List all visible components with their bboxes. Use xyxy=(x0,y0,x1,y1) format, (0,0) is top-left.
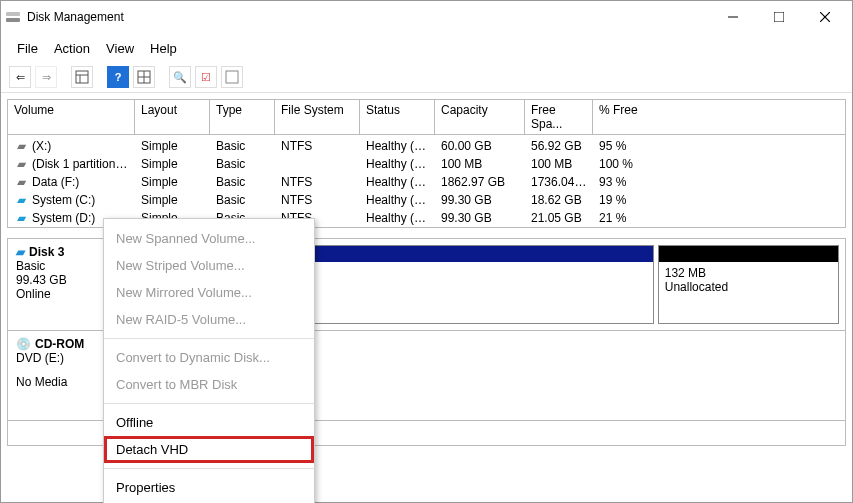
back-button[interactable]: ⇐ xyxy=(9,66,31,88)
col-status[interactable]: Status xyxy=(360,100,435,135)
toolbar: ⇐ ⇒ ? 🔍 ☑ xyxy=(1,64,852,93)
forward-button[interactable]: ⇒ xyxy=(35,66,57,88)
table-row[interactable]: ▰(X:)SimpleBasicNTFSHealthy (A...60.00 G… xyxy=(8,137,845,155)
volume-name: System (D:) xyxy=(32,211,95,225)
cell-layout: Simple xyxy=(135,193,210,207)
drive-icon: ▰ xyxy=(14,175,28,189)
cell-fs: NTFS xyxy=(275,139,360,153)
mi-new-raid5[interactable]: New RAID-5 Volume... xyxy=(104,306,314,333)
cell-pct: 95 % xyxy=(593,139,683,153)
cdrom-label[interactable]: 💿CD-ROM DVD (E:) No Media xyxy=(8,331,108,420)
mi-convert-mbr[interactable]: Convert to MBR Disk xyxy=(104,371,314,398)
toolbar-refresh-icon[interactable]: 🔍 xyxy=(169,66,191,88)
menu-action[interactable]: Action xyxy=(46,37,98,60)
col-pct[interactable]: % Free xyxy=(593,100,845,135)
cell-type: Basic xyxy=(210,175,275,189)
window-title: Disk Management xyxy=(27,10,124,24)
table-header: Volume Layout Type File System Status Ca… xyxy=(8,100,845,135)
disk3-name: Disk 3 xyxy=(29,245,64,259)
cell-status: Healthy (B... xyxy=(360,175,435,189)
menubar: File Action View Help xyxy=(1,33,852,64)
svg-rect-0 xyxy=(6,18,20,22)
menu-help[interactable]: Help xyxy=(142,37,185,60)
svg-rect-6 xyxy=(76,71,88,83)
menu-file[interactable]: File xyxy=(9,37,46,60)
cell-free: 21.05 GB xyxy=(525,211,593,225)
cdrom-letter: DVD (E:) xyxy=(16,351,99,365)
cell-free: 1736.04 ... xyxy=(525,175,593,189)
cell-status: Healthy (E... xyxy=(360,157,435,171)
cell-capacity: 99.30 GB xyxy=(435,211,525,225)
table-row[interactable]: ▰(Disk 1 partition 1)SimpleBasicHealthy … xyxy=(8,155,845,173)
cell-status: Healthy (B... xyxy=(360,211,435,225)
mi-convert-dynamic[interactable]: Convert to Dynamic Disk... xyxy=(104,344,314,371)
mi-offline[interactable]: Offline xyxy=(104,409,314,436)
toolbar-grid-icon[interactable] xyxy=(133,66,155,88)
cell-capacity: 60.00 GB xyxy=(435,139,525,153)
toolbar-show-icon[interactable] xyxy=(71,66,93,88)
disk3-unallocated[interactable]: 132 MB Unallocated xyxy=(658,245,839,324)
maximize-button[interactable] xyxy=(756,2,802,32)
mi-new-mirrored[interactable]: New Mirrored Volume... xyxy=(104,279,314,306)
disk-icon: ▰ xyxy=(16,245,25,259)
disk-management-window: Disk Management File Action View Help ⇐ … xyxy=(0,0,853,503)
app-icon xyxy=(5,9,21,25)
table-row[interactable]: ▰System (C:)SimpleBasicNTFSHealthy (B...… xyxy=(8,191,845,209)
help-icon[interactable]: ? xyxy=(107,66,129,88)
disk3-label[interactable]: ▰Disk 3 Basic 99.43 GB Online xyxy=(8,239,108,330)
cell-type: Basic xyxy=(210,193,275,207)
col-type[interactable]: Type xyxy=(210,100,275,135)
svg-rect-1 xyxy=(6,12,20,16)
cdrom-name: CD-ROM xyxy=(35,337,84,351)
cell-status: Healthy (A... xyxy=(360,139,435,153)
cell-capacity: 99.30 GB xyxy=(435,193,525,207)
disk3-type: Basic xyxy=(16,259,99,273)
cell-pct: 21 % xyxy=(593,211,683,225)
close-button[interactable] xyxy=(802,2,848,32)
minimize-button[interactable] xyxy=(710,2,756,32)
drive-icon: ▰ xyxy=(14,139,28,153)
cell-free: 18.62 GB xyxy=(525,193,593,207)
cell-pct: 93 % xyxy=(593,175,683,189)
col-volume[interactable]: Volume xyxy=(8,100,135,135)
cell-status: Healthy (B... xyxy=(360,193,435,207)
table-row[interactable]: ▰Data (F:)SimpleBasicNTFSHealthy (B...18… xyxy=(8,173,845,191)
svg-rect-3 xyxy=(774,12,784,22)
drive-icon: ▰ xyxy=(14,193,28,207)
cell-pct: 19 % xyxy=(593,193,683,207)
cdrom-nomedia: No Media xyxy=(16,375,99,389)
titlebar: Disk Management xyxy=(1,1,852,33)
unalloc-label: Unallocated xyxy=(665,280,832,294)
mi-new-spanned[interactable]: New Spanned Volume... xyxy=(104,225,314,252)
table-body: ▰(X:)SimpleBasicNTFSHealthy (A...60.00 G… xyxy=(8,135,845,227)
volume-name: Data (F:) xyxy=(32,175,79,189)
disk3-size: 99.43 GB xyxy=(16,273,99,287)
svg-rect-12 xyxy=(226,71,238,83)
cell-layout: Simple xyxy=(135,175,210,189)
cdrom-icon: 💿 xyxy=(16,337,31,351)
disk-context-menu: New Spanned Volume... New Striped Volume… xyxy=(103,218,315,503)
volume-name: (Disk 1 partition 1) xyxy=(32,157,129,171)
cell-capacity: 100 MB xyxy=(435,157,525,171)
cell-free: 56.92 GB xyxy=(525,139,593,153)
col-capacity[interactable]: Capacity xyxy=(435,100,525,135)
toolbar-check-icon[interactable]: ☑ xyxy=(195,66,217,88)
window-controls xyxy=(710,2,848,32)
unalloc-size: 132 MB xyxy=(665,266,832,280)
col-layout[interactable]: Layout xyxy=(135,100,210,135)
cell-layout: Simple xyxy=(135,139,210,153)
cell-free: 100 MB xyxy=(525,157,593,171)
cell-layout: Simple xyxy=(135,157,210,171)
toolbar-options-icon[interactable] xyxy=(221,66,243,88)
cell-type: Basic xyxy=(210,157,275,171)
mi-detach-vhd[interactable]: Detach VHD xyxy=(104,436,314,463)
cell-fs: NTFS xyxy=(275,193,360,207)
cell-capacity: 1862.97 GB xyxy=(435,175,525,189)
col-free[interactable]: Free Spa... xyxy=(525,100,593,135)
menu-view[interactable]: View xyxy=(98,37,142,60)
col-fs[interactable]: File System xyxy=(275,100,360,135)
cell-type: Basic xyxy=(210,139,275,153)
disk3-state: Online xyxy=(16,287,99,301)
mi-properties[interactable]: Properties xyxy=(104,474,314,501)
mi-new-striped[interactable]: New Striped Volume... xyxy=(104,252,314,279)
